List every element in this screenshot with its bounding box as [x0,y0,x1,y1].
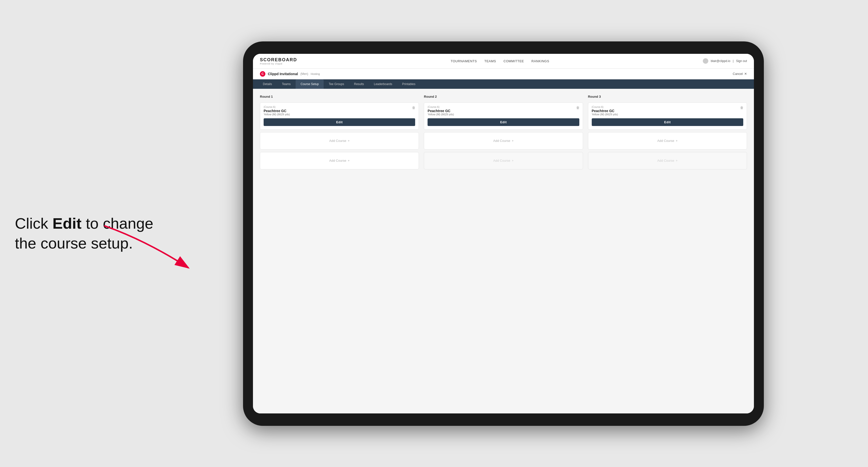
tournament-name: Clippd Invitational [268,72,298,76]
instruction-prefix: Click [15,215,53,232]
round-2-delete-icon[interactable]: 🗑 [576,105,580,110]
round-2-add-course-1-plus: + [512,139,514,143]
hosting-badge: Hosting [311,72,320,75]
round-2-add-course-1[interactable]: Add Course + [424,132,583,150]
nav-links: TOURNAMENTS TEAMS COMMITTEE RANKINGS [451,59,549,63]
round-1-course-label: (Course A) [264,106,415,108]
sign-out-link[interactable]: Sign out [736,59,747,63]
brand-subtitle: Powered by clippd [260,62,297,65]
round-1-add-course-1[interactable]: Add Course + [260,132,419,150]
user-email: blair@clippd.io [711,59,731,63]
round-3-course-name: Peachtree GC [592,109,743,113]
instruction-block: Click Edit to change the course setup. [15,214,159,253]
round-2-add-course-2-label: Add Course [493,159,510,162]
sub-navigation: C Clippd Invitational (Men) Hosting Canc… [253,69,754,80]
round-3-add-course-1-plus: + [676,139,678,143]
round-2-course-label: (Course A) [428,106,579,108]
cancel-label: Cancel [733,72,743,75]
user-avatar [703,58,708,64]
tab-printables[interactable]: Printables [397,80,421,89]
tab-teams[interactable]: Teams [277,80,296,89]
round-1-add-course-2[interactable]: Add Course + [260,152,419,169]
round-2-course-name: Peachtree GC [428,109,579,113]
tab-bar: Details Teams Course Setup Tee Groups Re… [253,80,754,89]
sign-out-separator: | [733,59,734,63]
round-3-course-label: (Course A) [592,106,743,108]
nav-rankings[interactable]: RANKINGS [531,59,549,63]
round-1-add-course-2-label: Add Course [329,159,346,162]
round-2-course-details: Yellow (M) (6629 yds) [428,113,579,116]
round-3-add-course-2: Add Course + [588,152,747,169]
instruction-bold: Edit [53,215,82,232]
round-1-edit-button[interactable]: Edit [264,118,415,126]
round-1-column: Round 1 🗑 (Course A) Peachtree GC Yellow… [260,95,419,169]
tab-details[interactable]: Details [258,80,277,89]
round-3-add-course-2-plus: + [676,159,678,162]
round-1-delete-icon[interactable]: 🗑 [411,105,416,110]
round-1-course-name: Peachtree GC [264,109,415,113]
tab-course-setup[interactable]: Course Setup [296,80,323,89]
round-1-course-card: 🗑 (Course A) Peachtree GC Yellow (M) (66… [260,102,419,130]
nav-tournaments[interactable]: TOURNAMENTS [451,59,477,63]
round-1-course-details: Yellow (M) (6629 yds) [264,113,415,116]
cancel-button[interactable]: Cancel ✕ [733,72,747,75]
round-3-title: Round 3 [588,95,747,98]
round-3-course-card: 🗑 (Course A) Peachtree GC Yellow (M) (66… [588,102,747,130]
brand-title: SCOREBOARD [260,57,297,62]
tab-results[interactable]: Results [349,80,369,89]
round-3-column: Round 3 🗑 (Course A) Peachtree GC Yellow… [588,95,747,169]
round-2-edit-button[interactable]: Edit [428,118,579,126]
tournament-gender: (Men) [300,72,308,75]
round-2-course-card: 🗑 (Course A) Peachtree GC Yellow (M) (66… [424,102,583,130]
tab-leaderboards[interactable]: Leaderboards [369,80,397,89]
round-3-course-details: Yellow (M) (6629 yds) [592,113,743,116]
brand-logo: SCOREBOARD Powered by clippd [260,57,297,65]
round-1-add-course-1-label: Add Course [329,139,346,143]
clippd-logo: C [260,71,266,76]
round-2-add-course-2: Add Course + [424,152,583,169]
tournament-title-area: C Clippd Invitational (Men) Hosting [260,71,320,76]
close-icon: ✕ [744,72,747,75]
rounds-grid: Round 1 🗑 (Course A) Peachtree GC Yellow… [260,95,747,169]
tab-tee-groups[interactable]: Tee Groups [323,80,349,89]
round-2-add-course-1-label: Add Course [493,139,510,143]
round-1-add-course-1-plus: + [348,139,350,143]
top-navigation: SCOREBOARD Powered by clippd TOURNAMENTS… [253,54,754,69]
round-3-add-course-1[interactable]: Add Course + [588,132,747,150]
main-content: Round 1 🗑 (Course A) Peachtree GC Yellow… [253,89,754,413]
round-2-add-course-2-plus: + [512,159,514,162]
nav-committee[interactable]: COMMITTEE [503,59,524,63]
round-2-column: Round 2 🗑 (Course A) Peachtree GC Yellow… [424,95,583,169]
round-1-add-course-2-plus: + [348,159,350,162]
nav-teams[interactable]: TEAMS [484,59,496,63]
round-3-edit-button[interactable]: Edit [592,118,743,126]
round-2-title: Round 2 [424,95,583,98]
round-1-title: Round 1 [260,95,419,98]
round-3-delete-icon[interactable]: 🗑 [739,105,744,110]
tablet-screen: SCOREBOARD Powered by clippd TOURNAMENTS… [253,54,754,413]
round-3-add-course-2-label: Add Course [657,159,674,162]
user-area: blair@clippd.io | Sign out [703,58,747,64]
round-3-add-course-1-label: Add Course [657,139,674,143]
tablet-device: SCOREBOARD Powered by clippd TOURNAMENTS… [243,41,764,426]
